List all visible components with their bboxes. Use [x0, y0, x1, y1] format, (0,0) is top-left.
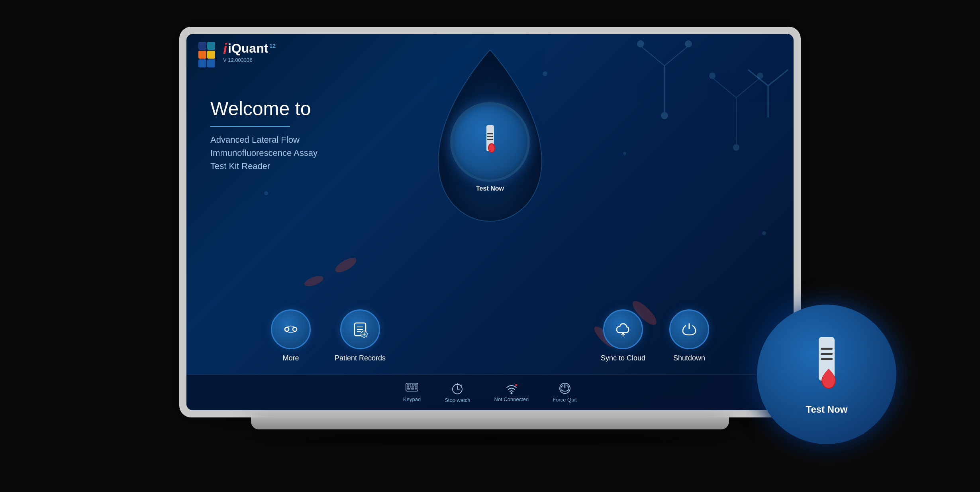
svg-rect-46: [412, 386, 414, 388]
svg-line-2: [664, 46, 688, 66]
scene: i iQuant12 V 12.003336 Welcome to Advanc…: [0, 0, 980, 492]
laptop-screen: i iQuant12 V 12.003336 Welcome to Advanc…: [186, 34, 794, 410]
svg-rect-26: [487, 139, 493, 140]
svg-point-15: [623, 152, 626, 155]
taskbar-wifi[interactable]: Not Connected: [494, 383, 529, 402]
more-button[interactable]: More: [271, 309, 311, 362]
floating-test-now-button[interactable]: Test Now: [757, 305, 896, 444]
test-now-label: Test Now: [476, 185, 504, 192]
taskbar: Keypad Stop watch: [186, 374, 794, 410]
logo-quant-text: iQuant: [228, 41, 268, 55]
svg-rect-41: [410, 384, 411, 386]
app-grid-icons: [198, 42, 215, 67]
taskbar-keypad-label: Keypad: [403, 396, 421, 402]
logo-version: V 12.003336: [223, 57, 276, 63]
logo-version-number: 12: [269, 43, 276, 49]
subtitle-line3: Test Kit Reader: [210, 159, 318, 173]
svg-rect-25: [487, 136, 493, 137]
svg-point-12: [333, 255, 359, 276]
svg-point-30: [285, 327, 289, 331]
svg-rect-50: [415, 388, 417, 390]
taskbar-wifi-label: Not Connected: [494, 396, 529, 402]
grid-cell-3: [198, 51, 206, 59]
subtitle-line1: Advanced Lateral Flow: [210, 133, 318, 146]
svg-rect-45: [410, 386, 412, 388]
svg-rect-65: [821, 358, 833, 360]
patient-records-circle[interactable]: [340, 309, 380, 349]
svg-line-8: [736, 78, 760, 98]
shutdown-label: Shutdown: [673, 354, 705, 362]
subtitle-line2: Immunofluorescence Assay: [210, 146, 318, 159]
more-label: More: [282, 354, 299, 362]
welcome-divider: [210, 126, 290, 127]
laptop-base: [251, 417, 729, 429]
shutdown-button[interactable]: Shutdown: [669, 309, 709, 362]
svg-point-29: [293, 327, 297, 331]
patient-records-label: Patient Records: [335, 354, 386, 362]
svg-point-4: [685, 41, 692, 47]
grid-cell-1: [198, 42, 206, 50]
svg-point-10: [757, 73, 763, 79]
svg-line-19: [748, 70, 768, 86]
test-now-circle[interactable]: [450, 102, 530, 182]
svg-rect-40: [407, 384, 409, 386]
drop-container: Test Now: [414, 42, 566, 233]
laptop-shadow: [211, 431, 769, 447]
svg-line-1: [641, 46, 664, 66]
svg-rect-43: [414, 384, 417, 386]
logo-text: i iQuant12 V 12.003336: [223, 42, 276, 63]
svg-rect-47: [415, 386, 417, 388]
svg-point-3: [637, 41, 644, 47]
svg-point-9: [710, 73, 715, 79]
taskbar-keypad[interactable]: Keypad: [403, 383, 421, 402]
svg-line-56: [461, 385, 462, 386]
shutdown-circle[interactable]: [669, 309, 709, 349]
svg-rect-49: [411, 388, 414, 390]
grid-cell-4: [207, 51, 215, 59]
svg-point-16: [264, 191, 268, 195]
svg-rect-63: [821, 348, 833, 350]
grid-cell-2: [207, 42, 215, 50]
more-circle[interactable]: [271, 309, 311, 349]
taskbar-stopwatch[interactable]: Stop watch: [445, 382, 470, 403]
laptop: i iQuant12 V 12.003336 Welcome to Advanc…: [151, 27, 829, 465]
svg-rect-44: [407, 386, 409, 388]
svg-rect-24: [487, 133, 493, 134]
logo-i: i: [223, 42, 227, 56]
test-now-button[interactable]: Test Now: [450, 102, 530, 192]
svg-point-17: [762, 231, 766, 235]
taskbar-force-quit-label: Force Quit: [553, 397, 577, 403]
taskbar-stopwatch-label: Stop watch: [445, 397, 470, 403]
svg-rect-64: [821, 353, 833, 355]
grid-cell-5: [198, 59, 206, 67]
grid-cell-6: [207, 59, 215, 67]
svg-point-11: [733, 145, 739, 150]
logo-quant: iQuant12: [228, 42, 276, 55]
svg-rect-48: [407, 388, 410, 390]
sync-to-cloud-button[interactable]: Sync to Cloud: [601, 309, 645, 362]
floating-test-now-label: Test Now: [806, 404, 848, 415]
welcome-section: Welcome to Advanced Lateral Flow Immunof…: [210, 98, 318, 173]
patient-records-button[interactable]: Patient Records: [335, 309, 386, 362]
sync-cloud-circle[interactable]: [603, 309, 643, 349]
logo-brand: i iQuant12: [223, 42, 276, 56]
welcome-subtitle: Advanced Lateral Flow Immunofluorescence…: [210, 133, 318, 173]
main-buttons: More: [186, 309, 794, 362]
welcome-title: Welcome to: [210, 98, 318, 120]
taskbar-force-quit[interactable]: Force Quit: [553, 382, 577, 403]
laptop-frame: i iQuant12 V 12.003336 Welcome to Advanc…: [179, 27, 801, 417]
svg-point-57: [510, 392, 512, 394]
svg-point-5: [661, 112, 668, 119]
svg-rect-42: [412, 384, 414, 386]
logo-section: i iQuant12 V 12.003336: [198, 42, 276, 67]
sync-cloud-label: Sync to Cloud: [601, 354, 645, 362]
svg-line-7: [712, 78, 736, 98]
svg-point-13: [303, 274, 325, 288]
svg-line-20: [768, 70, 788, 86]
